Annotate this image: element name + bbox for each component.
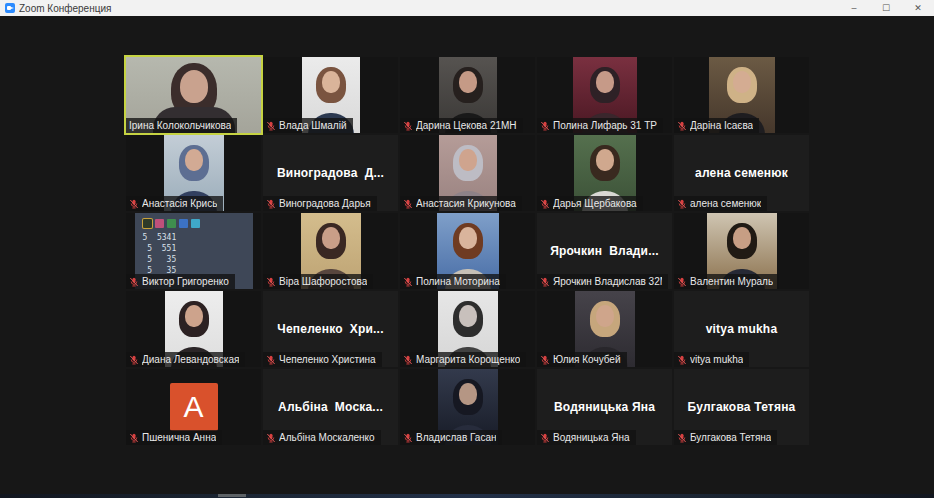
participant-name-label: Полина Лифарь 31 ТР (537, 118, 663, 133)
window-titlebar: Zoom Конференция – ☐ ✕ (0, 0, 934, 16)
screen-app-icon (155, 219, 164, 228)
muted-mic-icon (540, 277, 550, 287)
participant-name-label: Дарья Щербакова (537, 196, 643, 211)
participant-name-label: Валентин Мураль (674, 274, 779, 289)
participant-name-label: Віра Шафоростова (263, 274, 373, 289)
participant-name-text: Даріна Ісаєва (690, 120, 753, 131)
participant-name-text: vitya mukha (690, 354, 743, 365)
participant-name-label: Юлия Кочубей (537, 352, 627, 367)
muted-mic-icon (266, 199, 276, 209)
muted-mic-icon (266, 277, 276, 287)
zoom-window: Zoom Конференция – ☐ ✕ Ірина Колокольчик… (0, 0, 934, 498)
participant-tile[interactable]: Полина Моторина (400, 213, 535, 289)
participant-tile[interactable]: Влада Шмалій (263, 57, 398, 133)
participant-tile[interactable]: Анастасия Крикунова (400, 135, 535, 211)
participant-name-label: Анастасія Крись (126, 196, 223, 211)
participant-name-text: Водяницька Яна (553, 432, 630, 443)
meeting-gallery-view: Ірина Колокольчикова Влада Шмалій (0, 16, 934, 498)
participant-tile[interactable]: Водяницька Яна Водяницька Яна (537, 369, 672, 445)
participant-tile[interactable]: Виноградова Д... Виноградова Дарья (263, 135, 398, 211)
muted-mic-icon (266, 355, 276, 365)
screen-app-icon (191, 219, 200, 228)
screen-app-icon (179, 219, 188, 228)
muted-mic-icon (677, 121, 687, 131)
participant-name-text: Валентин Мураль (690, 276, 773, 287)
participant-name-label: Булгакова Тетяна (674, 430, 777, 445)
participant-tile[interactable]: Альбіна Моска... Альбіна Москаленко (263, 369, 398, 445)
participant-tile[interactable]: Диана Левандовская (126, 291, 261, 367)
muted-mic-icon (266, 433, 276, 443)
participant-tile[interactable]: Полина Лифарь 31 ТР (537, 57, 672, 133)
screen-app-icon (143, 219, 152, 228)
participant-name-text: Ірина Колокольчикова (129, 120, 231, 131)
muted-mic-icon (677, 433, 687, 443)
participant-tile[interactable]: Дарья Щербакова (537, 135, 672, 211)
minimize-button[interactable]: – (838, 0, 870, 16)
muted-mic-icon (129, 433, 139, 443)
participant-name-text: Виноградова Дарья (279, 198, 371, 209)
muted-mic-icon (403, 433, 413, 443)
participant-tile[interactable]: 5 5341 5 551 5 35 5 35 Виктор Григоренко (126, 213, 261, 289)
muted-mic-icon (403, 355, 413, 365)
participant-tile[interactable]: Анастасія Крись (126, 135, 261, 211)
zoom-app-icon (5, 3, 15, 13)
muted-mic-icon (403, 277, 413, 287)
close-button[interactable]: ✕ (902, 0, 934, 16)
muted-mic-icon (540, 121, 550, 131)
participant-name-label: Анастасия Крикунова (400, 196, 522, 211)
participant-tile[interactable]: Владислав Гасан (400, 369, 535, 445)
participant-name-text: Пшенична Анна (142, 432, 216, 443)
participant-name-text: Виктор Григоренко (142, 276, 229, 287)
participant-tile[interactable]: Ярочкин Влади... Ярочкин Владислав 32МК (537, 213, 672, 289)
participant-tile[interactable]: vitya mukha vitya mukha (674, 291, 809, 367)
muted-mic-icon (403, 121, 413, 131)
participant-name-label: Владислав Гасан (400, 430, 502, 445)
participant-name-label: Даріна Ісаєва (674, 118, 759, 133)
participant-name-label: Водяницька Яна (537, 430, 636, 445)
participant-name-label: Полина Моторина (400, 274, 506, 289)
participant-name-text: Ярочкин Владислав 32МК (553, 276, 662, 287)
participant-tile[interactable]: A Пшенична Анна (126, 369, 261, 445)
participant-tile[interactable]: Дарина Цекова 21МН (400, 57, 535, 133)
participant-name-text: Віра Шафоростова (279, 276, 367, 287)
participant-name-text: Влада Шмалій (279, 120, 347, 131)
participant-tile[interactable]: алена семенюк алена семенюк (674, 135, 809, 211)
participant-grid: Ірина Колокольчикова Влада Шмалій (126, 57, 809, 445)
participant-name-text: Чепеленко Христина (279, 354, 376, 365)
participant-name-label: Ярочкин Владислав 32МК (537, 274, 668, 289)
participant-name-label: алена семенюк (674, 196, 767, 211)
muted-mic-icon (677, 355, 687, 365)
participant-name-label: Влада Шмалій (263, 118, 353, 133)
window-controls: – ☐ ✕ (838, 0, 934, 16)
participant-tile[interactable]: Маргарита Корощенко (400, 291, 535, 367)
participant-name-text: Альбіна Москаленко (279, 432, 375, 443)
participant-name-label: Альбіна Москаленко (263, 430, 381, 445)
muted-mic-icon (677, 277, 687, 287)
participant-name-label: Дарина Цекова 21МН (400, 118, 523, 133)
participant-tile[interactable]: Булгакова Тетяна Булгакова Тетяна (674, 369, 809, 445)
participant-name-label: Маргарита Корощенко (400, 352, 526, 367)
participant-tile[interactable]: Валентин Мураль (674, 213, 809, 289)
participant-name-label: Чепеленко Христина (263, 352, 382, 367)
participant-name-text: Диана Левандовская (142, 354, 239, 365)
participant-name-text: Маргарита Корощенко (416, 354, 520, 365)
participant-tile[interactable]: Юлия Кочубей (537, 291, 672, 367)
participant-name-text: Дарья Щербакова (553, 198, 637, 209)
muted-mic-icon (677, 199, 687, 209)
screen-app-icon (167, 219, 176, 228)
taskbar-sliver (0, 494, 934, 498)
participant-name-text: Юлия Кочубей (553, 354, 621, 365)
participant-name-text: Анастасія Крись (142, 198, 217, 209)
participant-name-label: Ірина Колокольчикова (126, 118, 237, 133)
participant-name-text: Дарина Цекова 21МН (416, 120, 517, 131)
avatar-initial: A (170, 383, 218, 431)
participant-tile[interactable]: Чепеленко Хри... Чепеленко Христина (263, 291, 398, 367)
maximize-button[interactable]: ☐ (870, 0, 902, 16)
participant-tile[interactable]: Даріна Ісаєва (674, 57, 809, 133)
muted-mic-icon (540, 355, 550, 365)
muted-mic-icon (540, 199, 550, 209)
taskbar-tab (218, 494, 246, 497)
participant-tile[interactable]: Ірина Колокольчикова (126, 57, 261, 133)
participant-tile[interactable]: Віра Шафоростова (263, 213, 398, 289)
participant-name-label: Виноградова Дарья (263, 196, 377, 211)
